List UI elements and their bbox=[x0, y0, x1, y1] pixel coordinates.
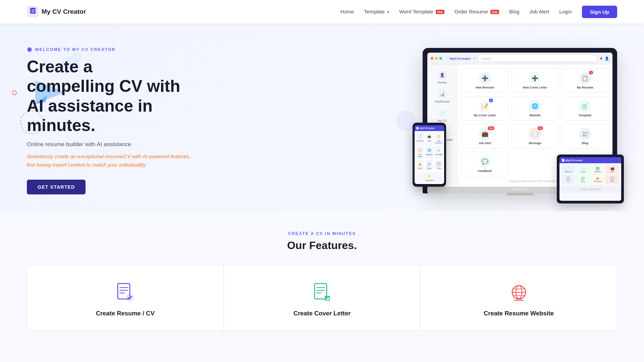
sidebar-cv-icon: 📄 bbox=[438, 109, 447, 118]
card-my-cover[interactable]: 📝 4 My Cover Letter bbox=[462, 96, 508, 121]
template-arrow-icon: ▾ bbox=[387, 10, 389, 14]
phone-jobs-icon: 💼 bbox=[427, 134, 432, 139]
phone-body: 📄 Resume 💼 Jobs 📋 My Resume bbox=[415, 131, 444, 184]
sidebar-avatar: 👤 bbox=[438, 70, 447, 80]
laptop-mockup: 📄MyCVCreator ≡ Search ⚙ 👤 bbox=[423, 48, 617, 193]
tablet-item-1[interactable]: 📄 Resume bbox=[561, 165, 575, 174]
phone-top-bar: 📄 MyCVCreator bbox=[415, 125, 444, 131]
message-badge: 14 bbox=[538, 126, 543, 130]
logo[interactable]: My CV Creator bbox=[27, 6, 86, 18]
card-new-cover[interactable]: ➕ New Cover Letter bbox=[512, 68, 558, 93]
new-resume-icon: ➕ bbox=[479, 72, 491, 84]
mockup-nav-icons: ≡ bbox=[474, 57, 475, 60]
sidebar-dashboard[interactable]: 📊 Dashboard bbox=[427, 87, 457, 106]
phone-item-jobs[interactable]: 💼 Jobs bbox=[425, 132, 433, 145]
phone-feedback[interactable]: ⭐ Feedback bbox=[416, 172, 443, 183]
phone-website-icon: 🌐 bbox=[427, 147, 432, 153]
tablet-grid: 📄 Resume ✉️ Cover 🌐 Website 💼 bbox=[559, 163, 621, 186]
logo-text: My CV Creator bbox=[42, 8, 86, 15]
nav-order-resume[interactable]: Order Resume Hot bbox=[454, 9, 499, 14]
blog-icon: 📰 bbox=[579, 128, 591, 140]
nav-links: Home Template ▾ Word Template Hot Order … bbox=[340, 6, 617, 18]
feature-resume-icon bbox=[114, 282, 136, 303]
phone-item-resume[interactable]: 📄 Resume bbox=[416, 132, 424, 145]
phone-template-icon: 🗂 bbox=[436, 147, 441, 153]
phone-item-website[interactable]: 🌐 Website bbox=[425, 146, 433, 159]
my-cover-icon: 📝 bbox=[479, 100, 491, 112]
feedback-icon: 💬 bbox=[479, 156, 491, 168]
card-website[interactable]: 🌐 Website bbox=[512, 96, 558, 121]
sidebar-user[interactable]: 👤 Kunley bbox=[427, 68, 457, 87]
nav-login[interactable]: Login bbox=[559, 9, 572, 14]
tablet-item-4[interactable]: 💼 Jobs bbox=[605, 165, 619, 174]
feature-card-website[interactable]: Create Resume Website bbox=[420, 265, 617, 331]
card-job-alert[interactable]: 💼 134 Job Alert bbox=[462, 124, 508, 148]
phone-blog-icon: 📰 bbox=[427, 161, 432, 167]
phone-item-myresume[interactable]: 📋 My Resume bbox=[434, 132, 443, 145]
phone-item-chat[interactable]: 💬 Chat bbox=[434, 160, 443, 171]
feature-website-icon bbox=[508, 282, 530, 303]
card-message[interactable]: ✉️ 14 Message bbox=[512, 124, 558, 148]
phone-item-myletter[interactable]: 📝 My Letter bbox=[416, 146, 424, 159]
card-new-resume[interactable]: ➕ New Resume bbox=[462, 68, 508, 93]
sidebar-my-cv[interactable]: 📄 My CV bbox=[427, 106, 457, 125]
feature-website-label: Create Resume Website bbox=[484, 310, 554, 317]
tablet-item-8[interactable]: 💬 Chat bbox=[605, 175, 619, 184]
new-cover-icon: ➕ bbox=[529, 72, 541, 84]
tablet-item-5[interactable]: 📋 CV bbox=[561, 175, 575, 184]
svg-point-14 bbox=[126, 294, 133, 301]
card-my-resume[interactable]: 📋 3 My Resume bbox=[562, 68, 608, 93]
nav-template[interactable]: Template ▾ bbox=[364, 9, 389, 14]
phone-feedback-icon: ⭐ bbox=[427, 173, 432, 179]
phone-item-blog[interactable]: 📰 Blog bbox=[425, 160, 433, 171]
card-blog[interactable]: 📰 Blog bbox=[562, 124, 608, 148]
mockup-search-bar[interactable]: Search bbox=[478, 55, 597, 62]
features-title: Our Features. bbox=[27, 239, 617, 252]
hero-subtitle: Online resume builder with AI assistance bbox=[27, 141, 201, 148]
tablet-item-7[interactable]: 🗂 Template bbox=[591, 175, 605, 184]
dot-yellow bbox=[435, 57, 438, 60]
hero-section: WELCOME TO MY CV CREATOR Create a compel… bbox=[0, 23, 644, 211]
features-grid: Create Resume / CV Create Cover Letter bbox=[27, 265, 617, 331]
my-resume-badge: 3 bbox=[589, 71, 593, 74]
card-feedback[interactable]: 💬 Feedback bbox=[462, 152, 508, 176]
card-template[interactable]: 🛒 Template bbox=[562, 96, 608, 121]
nav-word-template[interactable]: Word Template Hot bbox=[399, 9, 444, 14]
signup-button[interactable]: Sign Up bbox=[582, 6, 617, 18]
phone-chat-icon: 💬 bbox=[436, 161, 441, 167]
nav-home[interactable]: Home bbox=[340, 9, 354, 14]
word-template-badge: Hot bbox=[436, 10, 444, 14]
hero-right: 📄MyCVCreator ≡ Search ⚙ 👤 bbox=[201, 48, 617, 193]
phone-grid: 📄 Resume 💼 Jobs 📋 My Resume bbox=[416, 132, 443, 171]
tablet-footer: © MyCv Creator 2019 bbox=[559, 186, 621, 192]
phone-item-jobs2[interactable]: 🔔 Jobs bbox=[416, 160, 424, 171]
tablet-item-3[interactable]: 🌐 Website bbox=[591, 165, 605, 174]
feature-cover-label: Create Cover Letter bbox=[293, 310, 351, 317]
features-section: CREATE A CV IN MINUTES Our Features. Cre… bbox=[0, 211, 644, 344]
mockup-logo: 📄MyCVCreator bbox=[445, 57, 471, 60]
tablet-item-6[interactable]: 📰 Blog bbox=[576, 175, 590, 184]
sidebar-dashboard-icon: 📊 bbox=[438, 89, 447, 99]
hero-title: Create a compelling CV with AI assistanc… bbox=[27, 57, 201, 135]
phone-item-template[interactable]: 🗂 Template bbox=[434, 146, 443, 159]
hero-desc: Seamlessly create an exceptional resume/… bbox=[27, 153, 201, 169]
mockup-right-icons: ⚙ 👤 bbox=[600, 56, 609, 61]
nav-blog[interactable]: Blog bbox=[509, 9, 519, 14]
phone-myletter-icon: 📝 bbox=[417, 147, 423, 153]
website-icon: 🌐 bbox=[529, 100, 541, 112]
job-alert-badge: 134 bbox=[488, 126, 494, 130]
tablet-mockup: 📄 MyCVCreator 📄 Resume ✉️ Cover 🌐 bbox=[557, 155, 624, 203]
dot-red bbox=[431, 57, 433, 60]
feature-card-resume[interactable]: Create Resume / CV bbox=[27, 265, 224, 331]
get-started-button[interactable]: GET STARTED bbox=[27, 180, 86, 194]
phone-jobs2-icon: 🔔 bbox=[417, 161, 423, 167]
nav-job-alert[interactable]: Job Alert bbox=[529, 9, 549, 14]
mockup-toolbar: 📄MyCVCreator ≡ Search ⚙ 👤 bbox=[427, 53, 612, 64]
phone-resume-icon: 📄 bbox=[417, 134, 423, 139]
svg-rect-15 bbox=[315, 284, 327, 299]
deco-circle-small bbox=[12, 90, 17, 95]
feature-card-cover[interactable]: Create Cover Letter bbox=[224, 265, 421, 331]
tablet-item-2[interactable]: ✉️ Cover bbox=[576, 165, 590, 174]
search-placeholder: Search bbox=[481, 57, 491, 60]
svg-rect-3 bbox=[31, 8, 36, 14]
